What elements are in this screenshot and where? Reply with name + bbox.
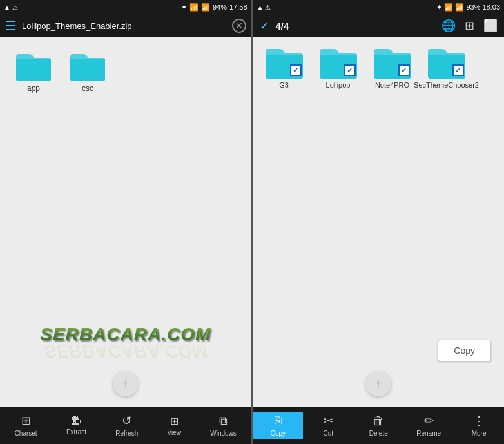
folder-g3-label: G3: [279, 81, 289, 90]
notification-icon: ▲: [4, 4, 10, 11]
r-notification-icon: ▲: [257, 4, 264, 11]
app-container: ▲ ⚠ ✦ 📶 📶 94% 17:58 ☰ Lollipop_Themes_En…: [0, 0, 504, 444]
refresh-icon: ↺: [122, 414, 131, 428]
r-signal-icon: 📶: [455, 3, 464, 11]
right-status-bar: ▲ ⚠ ✦ 📶 📶 93% 18:03: [253, 0, 505, 14]
windows-icon: ⧉: [219, 414, 228, 428]
right-folder-grid: G3 Lollipop: [261, 45, 497, 90]
r-warning-icon: ⚠: [265, 4, 271, 11]
folder-secthemechooser2-icon: [427, 45, 467, 79]
more-icon: ⋮: [473, 414, 485, 428]
view-button[interactable]: ⊞ View: [164, 412, 186, 439]
watermark-reflection: SERBACARA.COM: [35, 341, 216, 362]
extract-button[interactable]: 🗜 Extract: [63, 412, 90, 438]
hamburger-icon[interactable]: ☰: [5, 18, 17, 34]
left-bottom-bar: ⊞ Charset 🗜 Extract ↺ Refresh ⊞ View ⧉ W…: [0, 407, 251, 444]
folder-note4pro-icon: [373, 45, 412, 79]
watermark: SERBACARA.COM SERBACARA.COM: [35, 324, 216, 362]
left-file-area: app csc + SERBACARA.COM SERBACARA.COM: [0, 37, 251, 407]
copy-btn-area: Copy: [438, 340, 491, 362]
select-all-icon[interactable]: ⬜: [483, 19, 498, 33]
folder-app[interactable]: app: [13, 50, 54, 93]
warning-icon: ⚠: [12, 4, 18, 11]
left-status-right: ✦ 📶 📶 94% 17:58: [181, 3, 247, 12]
right-bottom-bar: ⎘ Copy ✂ Cut 🗑 Delete ✏ Rename ⋮ More: [253, 407, 505, 444]
rename-bottom-label: Rename: [416, 430, 441, 437]
left-status-bar: ▲ ⚠ ✦ 📶 📶 94% 17:58: [0, 0, 251, 14]
extract-icon: 🗜: [71, 415, 81, 427]
right-file-area: G3 Lollipop: [253, 37, 505, 407]
windows-button[interactable]: ⧉ Windows: [206, 412, 240, 439]
battery-text: 94%: [213, 3, 227, 11]
folder-secthemechooser2-check: [452, 64, 464, 76]
charset-button[interactable]: ⊞ Charset: [11, 411, 41, 439]
paste-copy-button[interactable]: Copy: [438, 340, 491, 362]
extract-label: Extract: [66, 429, 86, 436]
globe-icon[interactable]: 🌐: [441, 19, 456, 33]
folder-note4pro[interactable]: Note4PRO: [369, 45, 416, 90]
view-icon: ⊞: [170, 415, 179, 427]
cut-icon: ✂: [324, 414, 333, 428]
folder-secthemechooser2-label: SecThemeChooser2: [414, 81, 479, 90]
delete-bottom-label: Delete: [369, 430, 388, 437]
windows-label: Windows: [210, 430, 237, 437]
right-fab[interactable]: +: [365, 371, 391, 396]
left-fab[interactable]: +: [113, 371, 139, 396]
folder-note4pro-label: Note4PRO: [375, 81, 409, 90]
signal-icon: 📶: [201, 3, 210, 12]
view-label: View: [168, 429, 182, 436]
right-panel: ▲ ⚠ ✦ 📶 📶 93% 18:03 ✓ 4/4 🌐 ⊞ ⬜: [253, 0, 505, 444]
cut-bottom-label: Cut: [324, 430, 334, 437]
folder-app-label: app: [27, 84, 40, 93]
copy-bottom-button[interactable]: ⎘ Copy: [253, 412, 304, 439]
folder-g3-check: [290, 64, 302, 76]
left-panel: ▲ ⚠ ✦ 📶 📶 94% 17:58 ☰ Lollipop_Themes_En…: [0, 0, 251, 444]
grid-select-icon[interactable]: ⊞: [465, 19, 474, 33]
folder-app-icon: [15, 50, 52, 81]
folder-csc-icon: [69, 50, 106, 81]
r-bluetooth-icon: ✦: [436, 3, 442, 11]
folder-lollipop-icon: [318, 45, 358, 79]
refresh-button[interactable]: ↺ Refresh: [111, 411, 142, 439]
select-all-check-icon[interactable]: ✓: [260, 19, 269, 33]
more-bottom-button[interactable]: ⋮ More: [454, 411, 504, 439]
charset-label: Charset: [15, 430, 37, 437]
right-status-right: ✦ 📶 📶 93% 18:03: [436, 3, 500, 12]
folder-csc[interactable]: csc: [67, 50, 108, 93]
folder-g3[interactable]: G3: [261, 45, 307, 90]
right-status-icons: ▲ ⚠: [257, 3, 271, 11]
selection-count: 4/4: [276, 21, 436, 32]
more-bottom-label: More: [472, 430, 487, 437]
bluetooth-icon: ✦: [181, 3, 187, 12]
copy-bottom-label: Copy: [271, 430, 286, 437]
r-time: 18:03: [482, 3, 500, 11]
right-toolbar-icons: 🌐 ⊞ ⬜: [441, 19, 498, 33]
right-title-bar: ✓ 4/4 🌐 ⊞ ⬜: [253, 14, 505, 37]
folder-secthemechooser2[interactable]: SecThemeChooser2: [423, 45, 470, 90]
refresh-label: Refresh: [115, 430, 138, 437]
folder-lollipop[interactable]: Lollipop: [315, 45, 362, 90]
folder-lollipop-label: Lollipop: [326, 81, 351, 90]
delete-icon: 🗑: [373, 414, 384, 428]
delete-bottom-button[interactable]: 🗑 Delete: [353, 412, 403, 439]
time-left: 17:58: [229, 3, 247, 11]
left-folder-grid: app csc: [10, 48, 111, 95]
folder-csc-label: csc: [82, 84, 93, 93]
cut-bottom-button[interactable]: ✂ Cut: [303, 411, 353, 439]
charset-icon: ⊞: [21, 414, 31, 428]
wifi-icon: 📶: [189, 3, 199, 12]
close-button[interactable]: ✕: [232, 19, 246, 33]
folder-note4pro-check: [398, 64, 410, 76]
r-wifi-icon: 📶: [444, 3, 453, 11]
folder-g3-icon: [264, 45, 304, 79]
left-title-text: Lollipop_Themes_Enabler.zip: [22, 21, 227, 31]
folder-lollipop-check: [344, 64, 356, 76]
r-battery-text: 93%: [466, 3, 480, 11]
left-status-icons: ▲ ⚠: [4, 4, 18, 11]
left-title-bar: ☰ Lollipop_Themes_Enabler.zip ✕: [0, 14, 251, 37]
rename-bottom-button[interactable]: ✏ Rename: [403, 411, 454, 439]
rename-icon: ✏: [424, 414, 434, 428]
copy-icon: ⎘: [275, 414, 282, 428]
